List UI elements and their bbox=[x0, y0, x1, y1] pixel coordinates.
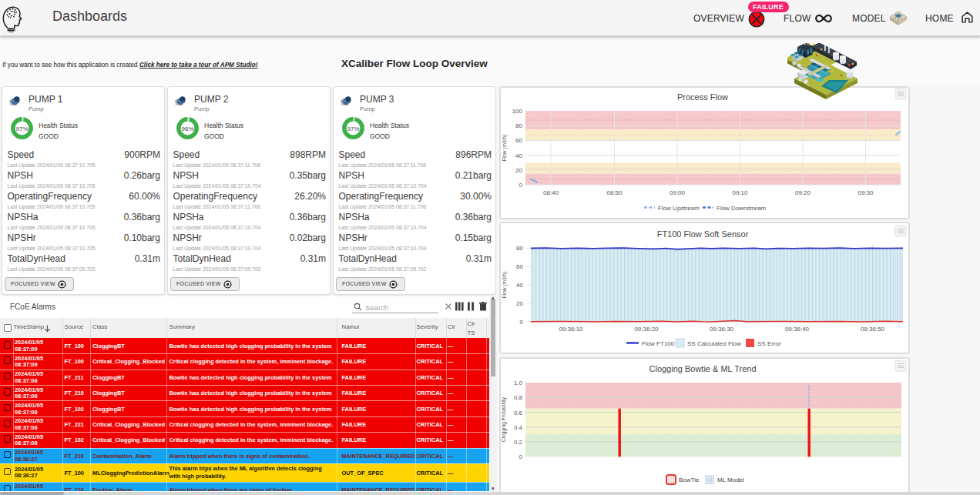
svg-text:0.6: 0.6 bbox=[514, 410, 523, 416]
svg-text:09:30: 09:30 bbox=[858, 189, 874, 196]
svg-text:09:36:40: 09:36:40 bbox=[785, 326, 810, 333]
svg-text:20: 20 bbox=[515, 167, 522, 174]
svg-text:09:36:50: 09:36:50 bbox=[861, 326, 885, 333]
svg-text:Flow (m3/h): Flow (m3/h) bbox=[502, 135, 508, 161]
svg-text:100: 100 bbox=[512, 108, 523, 115]
svg-text:09:36:10: 09:36:10 bbox=[559, 326, 583, 333]
svg-text:Flow Upstream: Flow Upstream bbox=[658, 205, 700, 212]
svg-text:0.8: 0.8 bbox=[514, 394, 523, 401]
svg-text:09:36:20: 09:36:20 bbox=[634, 326, 659, 333]
svg-text:SS Calculated Flow: SS Calculated Flow bbox=[687, 340, 741, 347]
svg-text:09:00: 09:00 bbox=[670, 189, 686, 196]
svg-text:60: 60 bbox=[515, 137, 522, 144]
svg-text:09:36:30: 09:36:30 bbox=[710, 326, 734, 333]
svg-text:Process Flow: Process Flow bbox=[677, 92, 728, 102]
svg-text:09:10: 09:10 bbox=[732, 189, 748, 196]
svg-text:0: 0 bbox=[520, 319, 524, 326]
svg-text:08:50: 08:50 bbox=[606, 189, 623, 196]
svg-text:Clogging Probability: Clogging Probability bbox=[501, 396, 507, 442]
svg-text:60: 60 bbox=[516, 263, 523, 270]
svg-text:09:20: 09:20 bbox=[795, 189, 811, 196]
svg-text:20: 20 bbox=[516, 300, 523, 307]
svg-text:BowTie: BowTie bbox=[679, 477, 700, 483]
svg-text:80: 80 bbox=[516, 245, 523, 252]
svg-text:0: 0 bbox=[519, 453, 523, 460]
svg-text:Flow (m3/h): Flow (m3/h) bbox=[502, 272, 508, 298]
svg-text:97%: 97% bbox=[15, 125, 28, 132]
svg-text:40: 40 bbox=[516, 282, 523, 289]
svg-text:ML Model: ML Model bbox=[717, 477, 744, 483]
svg-text:SS Error: SS Error bbox=[757, 340, 781, 347]
svg-text:Flow FT100: Flow FT100 bbox=[642, 340, 675, 347]
svg-text:Flow Downstream: Flow Downstream bbox=[717, 205, 766, 212]
svg-text:40: 40 bbox=[515, 152, 522, 159]
svg-text:08:40: 08:40 bbox=[543, 189, 559, 196]
svg-text:Clogging Bowtie & ML Trend: Clogging Bowtie & ML Trend bbox=[649, 364, 757, 373]
svg-text:FT100 Flow Soft Sensor: FT100 Flow Soft Sensor bbox=[657, 229, 749, 239]
svg-text:97%: 97% bbox=[347, 125, 359, 132]
svg-text:96%: 96% bbox=[181, 125, 193, 132]
svg-text:0.4: 0.4 bbox=[514, 424, 523, 431]
svg-text:0.2: 0.2 bbox=[514, 439, 523, 446]
svg-text:80: 80 bbox=[515, 122, 522, 129]
svg-text:0: 0 bbox=[519, 182, 523, 189]
svg-text:1.0: 1.0 bbox=[514, 380, 523, 386]
